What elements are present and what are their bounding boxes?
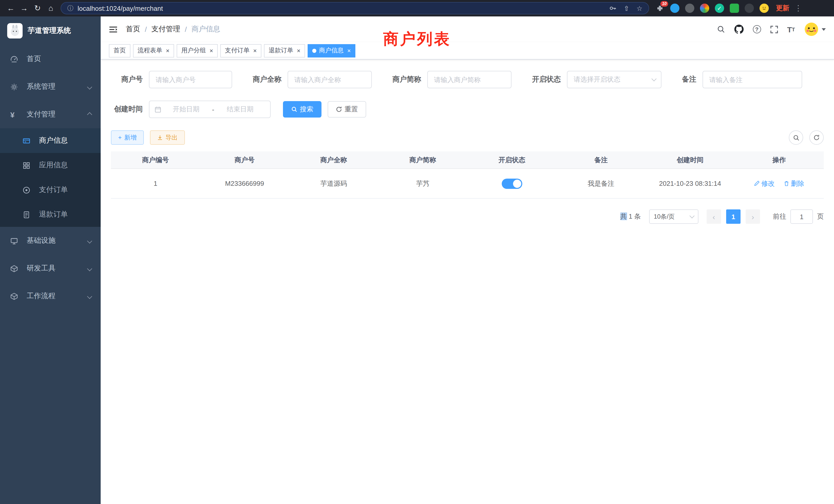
breadcrumb-current: 商户信息	[192, 25, 220, 34]
goto-suffix: 页	[817, 212, 824, 221]
export-button[interactable]: 导出	[150, 130, 185, 145]
tab-close-icon[interactable]: ×	[253, 47, 257, 54]
cell-full-name: 芋道源码	[289, 179, 378, 188]
sidebar-item-system[interactable]: 系统管理	[0, 73, 101, 100]
table-header-row: 商户编号 商户号 商户全称 商户简称 开启状态 备注 创建时间 操作	[111, 152, 824, 169]
tab-close-icon[interactable]: ×	[166, 47, 170, 54]
tab-merchant-info[interactable]: 商户信息 ×	[308, 44, 355, 57]
remark-input[interactable]	[703, 71, 802, 88]
sidebar-item-workflow[interactable]: 工作流程	[0, 282, 101, 310]
table-toolbar: + 新增 导出	[111, 130, 824, 145]
tab-process-form[interactable]: 流程表单 ×	[133, 44, 174, 57]
browser-menu-icon[interactable]: ⋮	[794, 4, 802, 13]
sidebar-item-label: 退款订单	[39, 210, 68, 219]
tab-close-icon[interactable]: ×	[297, 47, 301, 54]
search-button[interactable]: 搜索	[283, 101, 322, 117]
extension-blue-icon[interactable]	[670, 4, 679, 13]
bookmark-star-icon[interactable]: ☆	[637, 4, 642, 12]
page-size-select[interactable]: 10条/页	[649, 209, 698, 224]
status-toggle[interactable]	[502, 178, 522, 189]
sidebar-logo[interactable]: 芋道管理系统	[0, 17, 101, 45]
extension-dark-icon[interactable]	[745, 4, 754, 13]
toggle-search-button[interactable]	[789, 130, 803, 145]
browser-reload-icon[interactable]: ↻	[31, 0, 44, 17]
extension-green-square-icon[interactable]	[730, 4, 739, 13]
tab-refund-order[interactable]: 退款订单 ×	[264, 44, 305, 57]
sidebar-item-merchant-info[interactable]: 商户信息	[0, 128, 101, 153]
github-icon[interactable]	[734, 25, 743, 34]
create-time-range-picker[interactable]: 开始日期 - 结束日期	[149, 100, 271, 118]
sidebar-item-label: 支付订单	[39, 185, 68, 194]
share-icon[interactable]: ⇧	[624, 4, 629, 12]
prev-page-button[interactable]: ‹	[707, 209, 721, 224]
sidebar-item-app-info[interactable]: 应用信息	[0, 153, 101, 178]
goto-label: 前往	[773, 212, 786, 221]
trash-icon	[784, 181, 789, 186]
page-number-button[interactable]: 1	[726, 209, 741, 224]
create-time-label: 创建时间	[111, 105, 143, 114]
merchant-no-input[interactable]	[149, 71, 232, 88]
gear-icon	[10, 83, 23, 91]
site-info-icon[interactable]: ⓘ	[67, 4, 73, 13]
browser-update-button[interactable]: 更新	[776, 4, 789, 13]
reset-button[interactable]: 重置	[328, 101, 366, 117]
tab-close-icon[interactable]: ×	[210, 47, 213, 54]
font-size-icon[interactable]: TT	[787, 25, 795, 33]
breadcrumb-home[interactable]: 首页	[126, 25, 140, 34]
help-icon[interactable]: ?	[753, 25, 761, 33]
fullscreen-icon[interactable]	[770, 25, 778, 33]
plus-icon: +	[118, 134, 122, 141]
browser-home-icon[interactable]: ⌂	[44, 0, 58, 17]
status-label: 开启状态	[532, 75, 561, 84]
short-name-input[interactable]	[427, 71, 511, 88]
cell-merchant-no: M233666999	[200, 180, 289, 187]
breadcrumb-payment[interactable]: 支付管理	[152, 25, 180, 34]
tab-label: 支付订单	[225, 46, 249, 55]
sidebar-item-home[interactable]: 首页	[0, 45, 101, 73]
next-page-button[interactable]: ›	[746, 209, 760, 224]
refresh-table-button[interactable]	[809, 130, 824, 145]
extension-gray-icon[interactable]	[685, 4, 694, 13]
extension-green-check-icon[interactable]: ✓	[715, 4, 724, 13]
export-button-label: 导出	[166, 133, 178, 142]
sidebar-item-refund-order[interactable]: 退款订单	[0, 202, 101, 227]
sidebar-item-pay-order[interactable]: 支付订单	[0, 178, 101, 202]
browser-forward-icon[interactable]: →	[18, 0, 31, 17]
total-prefix: 共	[620, 212, 627, 220]
tab-close-icon[interactable]: ×	[347, 47, 351, 54]
tab-user-group[interactable]: 用户分组 ×	[177, 44, 218, 57]
extension-smiley-icon[interactable]	[760, 4, 769, 13]
delete-link[interactable]: 删除	[784, 179, 804, 188]
chevron-down-icon	[87, 238, 92, 243]
tags-view: 首页 流程表单 × 用户分组 × 支付订单 × 退款订单 ×	[101, 42, 834, 60]
cell-create-time: 2021-10-23 08:31:14	[645, 180, 734, 187]
sidebar-item-payment[interactable]: ¥ 支付管理	[0, 100, 101, 128]
edit-link[interactable]: 修改	[754, 179, 775, 188]
address-bar[interactable]: ⓘ localhost:1024/pay/merchant ⇧ ☆	[61, 2, 649, 14]
page-size-value: 10条/页	[654, 212, 675, 221]
user-menu[interactable]	[804, 22, 826, 37]
status-select-placeholder: 请选择开启状态	[574, 75, 620, 84]
tab-pay-order[interactable]: 支付订单 ×	[220, 44, 261, 57]
status-select[interactable]: 请选择开启状态	[567, 71, 661, 88]
goto-page-input[interactable]	[790, 209, 813, 224]
breadcrumb-separator: /	[145, 25, 147, 33]
column-header: 商户编号	[111, 155, 200, 164]
sidebar-item-infrastructure[interactable]: 基础设施	[0, 227, 101, 255]
card-icon	[23, 137, 35, 144]
extension-multicolor-icon[interactable]	[700, 4, 709, 13]
cell-merchant-id: 1	[111, 180, 200, 187]
browser-back-icon[interactable]: ←	[4, 0, 18, 17]
column-header: 商户号	[200, 155, 289, 164]
search-icon[interactable]	[717, 25, 725, 33]
hamburger-icon[interactable]	[109, 25, 117, 33]
extensions-puzzle-icon[interactable]: 10	[655, 4, 664, 13]
password-key-icon[interactable]	[609, 5, 616, 12]
full-name-input[interactable]	[288, 71, 372, 88]
add-button[interactable]: + 新增	[111, 130, 144, 145]
cell-short-name: 芋艿	[378, 179, 467, 188]
tab-home[interactable]: 首页	[109, 44, 130, 57]
sidebar-item-dev-tools[interactable]: 研发工具	[0, 255, 101, 282]
url-text[interactable]: localhost:1024/pay/merchant	[78, 4, 604, 12]
column-header: 商户简称	[378, 155, 467, 164]
